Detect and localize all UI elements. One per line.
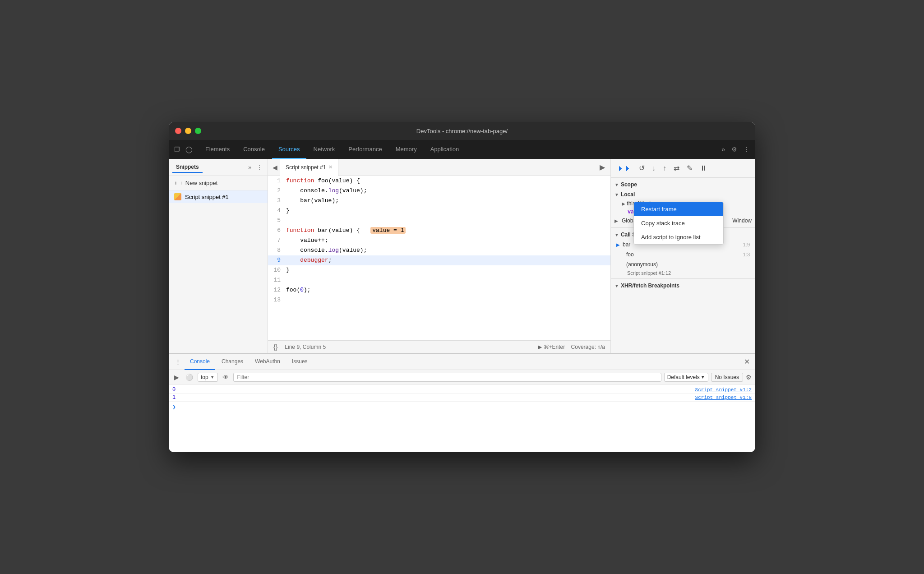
console-prompt[interactable]: ❯	[169, 402, 755, 412]
xhr-header[interactable]: ▼ XHR/fetch Breakpoints	[611, 281, 755, 291]
console-close-button[interactable]: ✕	[742, 356, 752, 368]
top-section: Snippets » ⋮ + + New snippet Script snip…	[169, 159, 755, 353]
callstack-item-anon[interactable]: (anonymous)	[611, 259, 755, 269]
console-filter-input[interactable]	[233, 373, 661, 382]
context-ignore-script[interactable]: Add script to ignore list	[634, 230, 723, 244]
callstack-item-foo[interactable]: foo 1:3	[611, 250, 755, 259]
console-top-dropdown[interactable]: top ▼	[198, 373, 218, 382]
code-line-13: 13	[268, 295, 610, 305]
more-tabs-icon[interactable]: »	[720, 144, 727, 155]
device-icon[interactable]: ◯	[184, 144, 194, 155]
console-loc-0[interactable]: Script snippet #1:2	[695, 387, 752, 393]
code-line-12: 12 foo(0);	[268, 285, 610, 295]
tab-network[interactable]: Network	[307, 140, 342, 159]
new-snippet-button[interactable]: + + New snippet	[169, 176, 268, 190]
top-dropdown-arrow: ▼	[210, 375, 215, 380]
main-content: Snippets » ⋮ + + New snippet Script snip…	[169, 159, 755, 452]
step-over-button[interactable]: ↺	[636, 162, 647, 174]
right-panel: ⏵⏵ ↺ ↓ ↑ ⇄ ✎ ⏸ ▼ Scope ▼ Local	[611, 159, 755, 353]
console-block-button[interactable]: ⚪	[184, 373, 195, 382]
editor-run-button[interactable]: ▶	[596, 161, 609, 173]
console-tab-issues[interactable]: Issues	[286, 354, 313, 370]
local-header[interactable]: ▼ Local	[611, 190, 755, 199]
console-area: ⋮ Console Changes WebAuthn Issues ✕ ▶ ⚪	[169, 353, 755, 452]
format-icon[interactable]: {}	[273, 343, 277, 351]
this-arrow: ▶	[622, 201, 625, 206]
minimize-button[interactable]	[185, 128, 191, 134]
tab-sources[interactable]: Sources	[272, 140, 306, 159]
editor-nav-back[interactable]: ◀	[270, 162, 280, 173]
editor-tab-close[interactable]: ✕	[328, 164, 333, 170]
editor-area: ◀ Script snippet #1 ✕ ▶ 1 function foo(v…	[268, 159, 611, 353]
console-levels-dropdown[interactable]: Default levels ▼	[664, 373, 708, 382]
code-line-6: 6 function bar(value) { value = 1	[268, 226, 610, 236]
console-prompt-arrow: ❯	[172, 403, 176, 411]
sidebar: Snippets » ⋮ + + New snippet Script snip…	[169, 159, 268, 353]
more-tabs-icon[interactable]: »	[246, 163, 253, 171]
console-eye-button[interactable]: 👁	[221, 373, 231, 382]
callstack-arrow: ▼	[614, 232, 619, 237]
code-line-1: 1 function foo(value) {	[268, 176, 610, 186]
console-row-0: 0 Script snippet #1:2	[169, 386, 755, 394]
code-line-2: 2 console.log(value);	[268, 186, 610, 196]
maximize-button[interactable]	[195, 128, 201, 134]
callstack-current-icon: ▶	[616, 242, 620, 247]
context-copy-stack[interactable]: Copy stack trace	[634, 216, 723, 230]
window-title: DevTools - chrome://new-tab-page/	[416, 128, 508, 134]
console-loc-1[interactable]: Script snippet #1:8	[695, 395, 752, 400]
xhr-label: XHR/fetch Breakpoints	[621, 282, 679, 289]
editor-tabs: ◀ Script snippet #1 ✕ ▶	[268, 159, 610, 176]
console-tab-changes[interactable]: Changes	[216, 354, 249, 370]
snippet-icon	[174, 193, 181, 200]
tab-console[interactable]: Console	[237, 140, 271, 159]
console-row-1: 1 Script snippet #1:8	[169, 394, 755, 402]
console-tab-console[interactable]: Console	[185, 354, 215, 370]
settings-icon[interactable]: ⚙	[730, 144, 739, 155]
pause-button[interactable]: ⏸	[697, 162, 710, 174]
console-menu-icon[interactable]: ⋮	[172, 356, 184, 367]
main-tabbar: ❐ ◯ Elements Console Sources Network Per…	[169, 140, 755, 159]
status-run: ▶ ⌘+Enter Coverage: n/a	[538, 344, 605, 350]
step-into-button[interactable]: ↓	[649, 162, 658, 174]
console-no-issues-button[interactable]: No Issues	[711, 373, 743, 382]
close-button[interactable]	[175, 128, 181, 134]
code-line-11: 11	[268, 275, 610, 285]
code-line-4: 4 }	[268, 206, 610, 216]
step-out-button[interactable]: ↑	[660, 162, 669, 174]
cursor-icon[interactable]: ❐	[172, 144, 182, 155]
tab-right-icons: » ⚙ ⋮	[720, 144, 752, 155]
step-button[interactable]: ⇄	[671, 162, 682, 174]
tab-performance[interactable]: Performance	[342, 140, 388, 159]
status-line-col: Line 9, Column 5	[285, 344, 326, 350]
deactivate-button[interactable]: ✎	[684, 162, 695, 174]
local-arrow: ▼	[614, 192, 619, 197]
sidebar-tab-snippets[interactable]: Snippets	[172, 162, 203, 173]
sidebar-item-script-snippet[interactable]: Script snippet #1	[169, 190, 268, 203]
editor-file-tab-label: Script snippet #1	[286, 164, 326, 171]
local-label: Local	[621, 191, 635, 198]
console-tab-webauthn[interactable]: WebAuthn	[249, 354, 286, 370]
more-options-icon[interactable]: ⋮	[742, 144, 752, 155]
callstack-script-loc: Script snippet #1:12	[611, 269, 755, 277]
tab-memory[interactable]: Memory	[389, 140, 423, 159]
console-clear-button[interactable]: ▶	[172, 373, 181, 382]
scope-label: Scope	[621, 181, 637, 188]
resume-button[interactable]: ⏵⏵	[614, 162, 634, 174]
scope-arrow: ▼	[614, 182, 619, 187]
context-restart-frame[interactable]: Restart frame	[634, 202, 723, 216]
console-tabs: ⋮ Console Changes WebAuthn Issues ✕	[169, 354, 755, 370]
devtools-window: DevTools - chrome://new-tab-page/ ❐ ◯ El…	[169, 122, 755, 452]
editor-file-tab[interactable]: Script snippet #1 ✕	[280, 159, 338, 176]
code-editor[interactable]: 1 function foo(value) { 2 console.log(va…	[268, 176, 610, 340]
tab-bar-icons: ❐ ◯	[172, 144, 194, 155]
tab-application[interactable]: Application	[424, 140, 466, 159]
scope-header[interactable]: ▼ Scope	[611, 180, 755, 190]
code-line-7: 7 value++;	[268, 236, 610, 245]
tab-elements[interactable]: Elements	[199, 140, 236, 159]
more-options-icon[interactable]: ⋮	[255, 163, 264, 171]
debug-toolbar: ⏵⏵ ↺ ↓ ↑ ⇄ ✎ ⏸	[611, 159, 755, 178]
global-arrow: ▶	[614, 218, 618, 223]
console-settings-button[interactable]: ⚙	[746, 374, 752, 381]
plus-icon: +	[174, 180, 178, 186]
titlebar: DevTools - chrome://new-tab-page/	[169, 122, 755, 140]
